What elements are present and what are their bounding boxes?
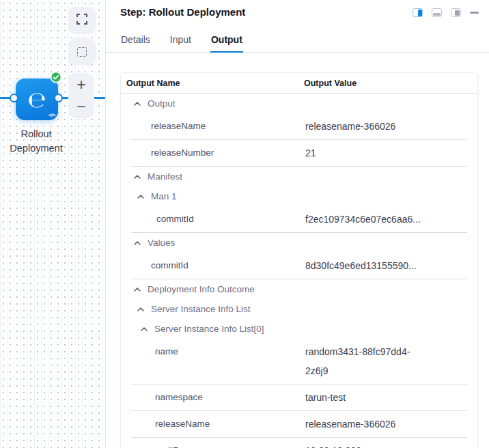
section-row[interactable]: Man 1: [131, 186, 467, 206]
output-value: 10.60.13.236: [305, 441, 428, 448]
pipeline-canvas[interactable]: + − ℮ </> Rollout Deployment: [0, 0, 105, 448]
output-name: name: [131, 342, 305, 361]
section-row[interactable]: Manifest: [131, 167, 467, 186]
output-value: random3431-88fc97dd4-2z6j9: [305, 342, 428, 380]
output-table-card: Output Name Output Value Output releaseN…: [120, 72, 478, 448]
output-value: releasename-366026: [305, 415, 428, 434]
section-row[interactable]: Deployment Info Outcome: [131, 279, 467, 299]
success-check-icon: [50, 71, 62, 86]
node-input-port[interactable]: [10, 94, 18, 102]
tab-output[interactable]: Output: [210, 34, 243, 53]
section-label: Deployment Info Outcome: [148, 284, 255, 294]
layout-float-icon[interactable]: [451, 8, 461, 17]
section-label: Values: [148, 238, 175, 248]
panel-header: Step: Rollout Deployment: [106, 0, 489, 18]
section-row[interactable]: Output: [131, 94, 467, 113]
output-value: 21: [305, 143, 428, 163]
layout-bottom-icon[interactable]: [432, 8, 442, 17]
table-row: releaseName releasename-366026: [131, 113, 467, 140]
section-label: Manifest: [148, 171, 182, 182]
fullscreen-button[interactable]: [68, 7, 96, 34]
output-value: releasename-366026: [305, 117, 428, 136]
section-row[interactable]: Server Instance Info List[0]: [131, 319, 467, 339]
node-output-port[interactable]: [54, 94, 63, 102]
section-label: Man 1: [151, 191, 177, 201]
output-value: tarun-test: [305, 388, 428, 407]
output-name: releaseName: [131, 117, 305, 136]
output-name-header: Output Name: [126, 79, 304, 88]
tab-details[interactable]: Details: [120, 34, 151, 52]
step-output-screen: { "panel": { "title": "Step: Rollout Dep…: [0, 0, 489, 448]
output-value: f2ec109734c6e07ec6aa6...: [305, 210, 428, 229]
section-label: Output: [148, 98, 176, 109]
table-row: releaseNumber 21: [131, 140, 467, 167]
step-details-panel: Step: Rollout Deployment Details Input O…: [106, 0, 489, 448]
chevron-up-icon[interactable]: [141, 327, 148, 331]
output-name: commitId: [131, 256, 305, 275]
tab-input[interactable]: Input: [169, 34, 192, 52]
harness-logo-icon: ℮: [27, 89, 46, 111]
chevron-up-icon[interactable]: [134, 102, 141, 106]
table-row: name random3431-88fc97dd4-2z6j9: [131, 339, 467, 384]
output-name: releaseNumber: [131, 143, 305, 163]
minimize-icon[interactable]: [470, 12, 479, 14]
fullscreen-icon: [76, 14, 87, 27]
output-name: releaseName: [131, 415, 305, 434]
chevron-up-icon[interactable]: [134, 288, 141, 292]
chevron-up-icon[interactable]: [134, 241, 141, 245]
output-name: commitId: [131, 210, 305, 229]
output-value: 8d30fc49e6ed13155590...: [305, 256, 428, 275]
window-controls: [413, 8, 479, 17]
table-row: namespace tarun-test: [131, 384, 467, 411]
output-name: namespace: [131, 388, 305, 407]
chevron-up-icon[interactable]: [134, 175, 141, 179]
output-value-header: Output Value: [304, 79, 357, 88]
tab-bar: Details Input Output: [106, 34, 489, 53]
table-row: releaseName releasename-366026: [131, 411, 467, 438]
zoom-out-button[interactable]: −: [68, 98, 94, 115]
section-row[interactable]: Server Instance Info List: [131, 299, 467, 319]
marquee-select-icon: [77, 47, 87, 57]
code-icon: </>: [48, 112, 55, 118]
layout-split-right-icon[interactable]: [413, 8, 423, 17]
output-name: podIP: [131, 441, 305, 448]
zoom-controls: + −: [68, 73, 94, 118]
page-title: Step: Rollout Deployment: [120, 6, 245, 18]
section-label: Server Instance Info List: [151, 304, 251, 314]
chevron-up-icon[interactable]: [137, 307, 144, 311]
marquee-select-button[interactable]: [68, 38, 96, 66]
table-row: commitId f2ec109734c6e07ec6aa6...: [131, 206, 467, 233]
table-row: commitId 8d30fc49e6ed13155590...: [131, 253, 467, 279]
table-header-row: Output Name Output Value: [121, 73, 477, 94]
table-row: podIP 10.60.13.236: [131, 438, 467, 448]
zoom-in-button[interactable]: +: [68, 76, 94, 94]
node-label: Rollout Deployment: [0, 127, 76, 156]
section-row[interactable]: Values: [131, 233, 467, 253]
chevron-up-icon[interactable]: [137, 195, 144, 199]
section-label: Server Instance Info List[0]: [154, 324, 264, 334]
output-table-rows: Output releaseName releasename-366026 re…: [121, 94, 477, 448]
